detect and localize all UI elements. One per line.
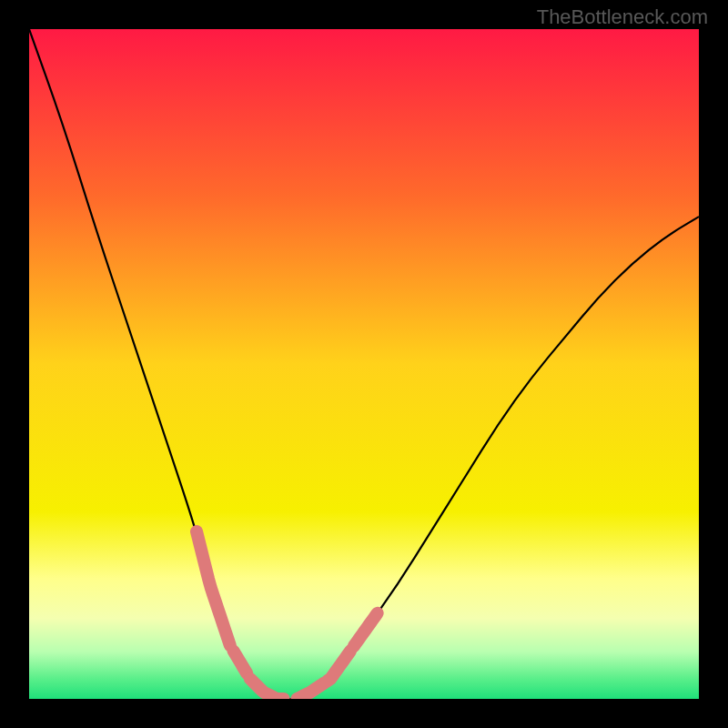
chart-frame: TheBottleneck.com: [0, 0, 728, 728]
bottleneck-chart: [29, 29, 699, 699]
plot-area: [29, 29, 699, 699]
watermark-text: TheBottleneck.com: [537, 5, 708, 29]
gradient-background: [29, 29, 699, 699]
